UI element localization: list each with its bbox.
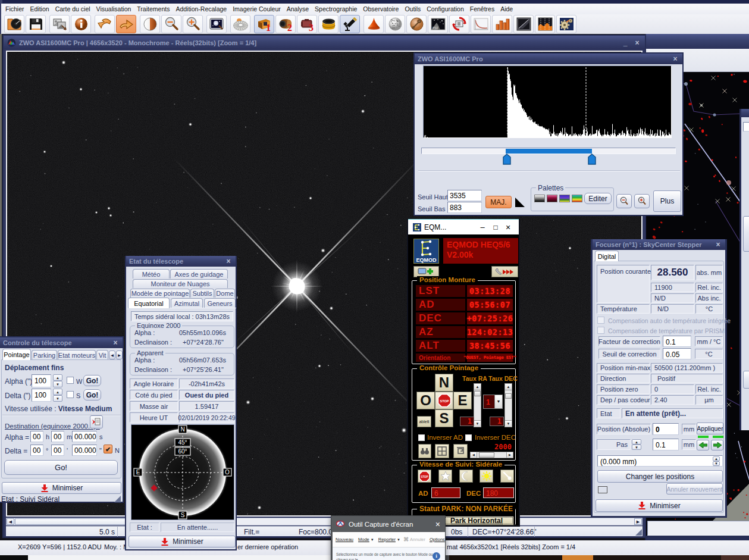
capture-mode-button[interactable]: Mode xyxy=(358,537,369,542)
seuil-corr-input[interactable]: 0.05 xyxy=(663,348,691,359)
destination-load-button[interactable] xyxy=(90,415,103,428)
star-sphere-button[interactable] xyxy=(385,15,405,33)
focuser-minimiser-button[interactable]: Minimiser xyxy=(596,499,723,512)
track-sidereal-button[interactable] xyxy=(438,470,452,483)
slew-south-button[interactable]: S xyxy=(435,409,453,427)
dest-delta-s-input[interactable]: 00.000 xyxy=(72,445,97,456)
tab-vit[interactable]: Vit xyxy=(96,350,108,360)
maj-button[interactable]: MAJ. xyxy=(485,196,512,208)
palette-thermal-swatch[interactable] xyxy=(559,195,570,202)
preview-screen-button[interactable] xyxy=(206,15,227,33)
dest-delta-m-input[interactable]: 00 xyxy=(51,445,64,456)
open-image-button[interactable] xyxy=(4,15,24,33)
copy-image-button[interactable] xyxy=(49,15,70,33)
tab-scroll-left-button[interactable]: ◀ xyxy=(109,351,115,359)
palette-grayscale-swatch[interactable] xyxy=(534,195,545,202)
tab-pointage[interactable]: Pointage xyxy=(2,349,31,360)
mode-dropdown-icon[interactable]: ▼ xyxy=(371,538,374,542)
focuser-small-box[interactable] xyxy=(598,486,607,493)
histo-zoomin-button[interactable] xyxy=(634,194,650,208)
filter-wheel-button[interactable] xyxy=(318,15,339,33)
capture-options-button[interactable]: Options xyxy=(430,537,445,542)
histogram-slider-range[interactable] xyxy=(506,149,592,154)
ctrl-s-checkbox[interactable] xyxy=(67,391,74,398)
image-h-scrollbar[interactable]: ◀ ▶ xyxy=(6,518,643,525)
menu-carte-du-ciel[interactable]: Carte du ciel xyxy=(52,4,93,14)
tab-equatorial[interactable]: Equatorial xyxy=(128,298,170,308)
black-triangle-icon[interactable] xyxy=(515,197,525,208)
pas-spinner[interactable]: ▲▼ xyxy=(632,439,641,450)
focuser-close-icon[interactable]: × xyxy=(714,240,722,249)
tab-geneurs[interactable]: Geneurs xyxy=(204,298,236,308)
capture-reporter-button[interactable]: Reporter xyxy=(378,537,396,542)
menu-fen-tres[interactable]: Fenêtres xyxy=(467,4,497,14)
slew-north-button[interactable]: N xyxy=(435,374,453,392)
histo-zoomout-button[interactable] xyxy=(616,194,632,208)
tab-dome[interactable]: Dome xyxy=(215,289,235,298)
eqmod-titlebar[interactable]: EQM... – □ × xyxy=(408,219,519,234)
slider-handle-low-icon[interactable] xyxy=(502,154,512,165)
menu-imagerie-couleur[interactable]: Imagerie Couleur xyxy=(230,4,284,14)
contrast-circle-button[interactable] xyxy=(140,15,160,33)
menu-traitements[interactable]: Traitements xyxy=(134,4,173,14)
dest-alpha-h-input[interactable]: 00 xyxy=(30,431,43,442)
capture-annuler-button[interactable]: Annuler xyxy=(410,537,425,542)
track-stop-button[interactable]: STOP xyxy=(418,470,431,483)
track-custom-button[interactable] xyxy=(500,470,514,483)
ctrl-delta-spinner[interactable]: ▲▼ xyxy=(53,389,62,402)
menu-spectrographie[interactable]: Spectrographie xyxy=(312,4,360,14)
taux-dec-slider[interactable]: ▲▼ xyxy=(504,383,512,427)
slider-handle-high-icon[interactable] xyxy=(587,154,597,165)
curve-button[interactable] xyxy=(471,15,491,33)
zoom-in-button[interactable] xyxy=(183,15,203,33)
tab-scroll-right-button[interactable]: ▶ xyxy=(116,351,123,359)
scroll-left-arrow-icon[interactable]: ◀ xyxy=(7,518,14,525)
undo-arrow-button[interactable] xyxy=(95,15,115,33)
menu-analyse[interactable]: Analyse xyxy=(284,4,312,14)
zoom-out-button[interactable] xyxy=(161,15,181,33)
preset-spinner[interactable]: ▲▼ xyxy=(713,456,720,464)
camera-1-button[interactable]: 1 xyxy=(254,15,274,33)
changer-positions-button[interactable]: Changer les positions xyxy=(597,470,723,483)
ctrl-alpha-input[interactable]: 100 xyxy=(32,374,51,387)
etat-titlebar[interactable]: Etat du télescope × xyxy=(126,256,236,267)
etat-minimiser-button[interactable]: Minimiser xyxy=(129,536,236,548)
eqmod-close-icon[interactable]: × xyxy=(502,223,514,232)
psf-cone-button[interactable] xyxy=(363,15,384,33)
pos-abs-input[interactable]: 0 xyxy=(653,423,679,435)
capture-titlebar[interactable]: Outil Capture d'écran × xyxy=(331,516,445,532)
facteur-input[interactable]: 0.1 xyxy=(663,336,691,347)
preset-dropdown[interactable]: (0.000 mm) ▲▼ xyxy=(597,455,723,467)
wrench-disc-button[interactable] xyxy=(406,15,427,33)
levels-button[interactable] xyxy=(513,15,534,33)
palette-red-swatch[interactable] xyxy=(547,195,557,202)
palette-rainbow-swatch[interactable] xyxy=(572,195,582,202)
comp-auto-checkbox[interactable] xyxy=(597,317,604,324)
tab-parking[interactable]: Parking xyxy=(32,350,57,360)
menu-outils[interactable]: Outils xyxy=(402,4,424,14)
dest-alpha-m-input[interactable]: 00 xyxy=(51,431,64,442)
inverser-ad-checkbox[interactable] xyxy=(418,434,425,441)
controle-minimiser-button[interactable]: Minimiser xyxy=(2,482,121,494)
taux-ra-slider[interactable]: ▲▼ xyxy=(474,383,481,427)
etat-close-icon[interactable]: × xyxy=(224,257,233,265)
controle-close-icon[interactable]: × xyxy=(111,339,120,347)
dest-go-button[interactable]: Go! xyxy=(4,460,118,475)
gears-button[interactable] xyxy=(556,15,576,33)
redo-arrow-button[interactable] xyxy=(116,15,136,33)
ablett-button[interactable]: ablett xyxy=(417,416,431,427)
reporter-dropdown-icon[interactable]: ▼ xyxy=(397,538,400,542)
tab-azimutal[interactable]: Azimutal xyxy=(171,298,203,308)
plus-button[interactable]: Plus xyxy=(653,190,681,212)
wave-profile-button[interactable] xyxy=(535,15,555,33)
tab-subtils[interactable]: Subtils xyxy=(190,289,214,298)
tab-modele-pointage[interactable]: Modèle de pointage xyxy=(130,289,190,298)
ctrl-w-checkbox[interactable] xyxy=(67,377,74,384)
menu-fichier[interactable]: Fichier xyxy=(2,4,27,14)
clipped-side-titlebar[interactable] xyxy=(741,109,749,117)
menu-edition[interactable]: Edition xyxy=(27,4,52,14)
guiding-button[interactable] xyxy=(449,15,469,33)
slew-east-button[interactable]: E xyxy=(453,392,472,409)
dest-delta-d-input[interactable]: 00 xyxy=(30,445,43,456)
move-in-button[interactable] xyxy=(697,440,709,450)
